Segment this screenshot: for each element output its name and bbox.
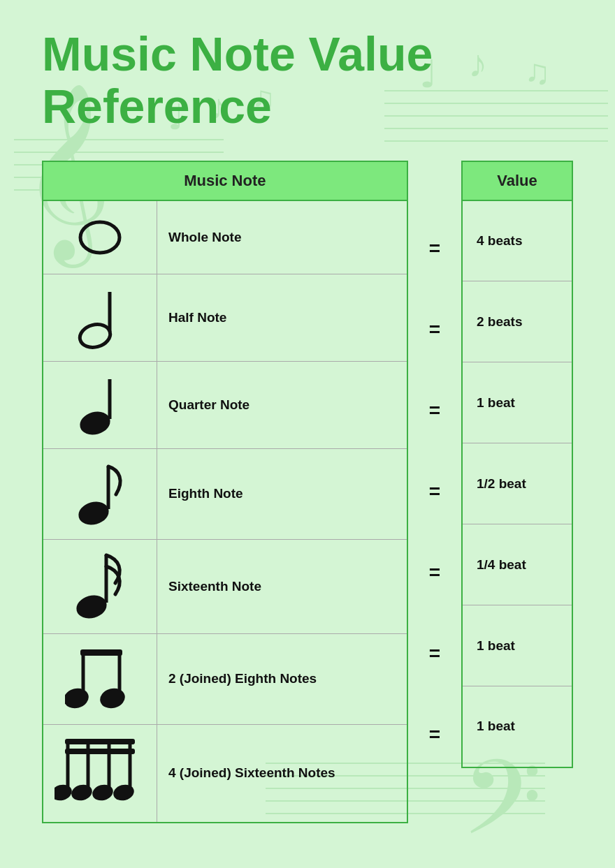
sixteenth-note-name: Sixteenth Note — [157, 539, 407, 633]
table-row: 2 beats — [462, 281, 572, 362]
eighth-note-name: Eighth Note — [157, 448, 407, 539]
page-title: Music Note Value Reference — [42, 28, 573, 133]
quarter-note-name: Quarter Note — [157, 361, 407, 448]
table-row: 1 beat — [462, 686, 572, 767]
svg-point-24 — [78, 321, 113, 350]
value-half: 2 beats — [462, 281, 572, 362]
svg-point-34 — [65, 685, 91, 710]
joined-eighth-icon-cell — [43, 633, 157, 724]
equals-3: = — [429, 370, 440, 451]
equals-4: = — [429, 451, 440, 532]
whole-note-icon-cell — [43, 200, 157, 274]
quarter-note-icon — [75, 369, 124, 439]
value-whole: 4 beats — [462, 200, 572, 281]
svg-point-30 — [74, 591, 110, 621]
table-row: 4 (Joined) Sixteenth Notes — [43, 724, 407, 823]
eighth-note-icon-cell — [43, 448, 157, 539]
sixteenth-note-icon-cell — [43, 539, 157, 633]
svg-point-44 — [91, 782, 115, 802]
half-note-name: Half Note — [157, 274, 407, 361]
table-row: Quarter Note — [43, 361, 407, 448]
value-sixteenth: 1/4 beat — [462, 524, 572, 605]
sixteenth-note-icon — [72, 547, 128, 624]
table-row: Whole Note — [43, 200, 407, 274]
half-note-icon-cell — [43, 274, 157, 361]
value-joined-eighth: 1 beat — [462, 605, 572, 686]
value-joined-sixteenth: 1 beat — [462, 686, 572, 767]
table-row: 2 (Joined) Eighth Notes — [43, 633, 407, 724]
value-header: Value — [462, 161, 572, 200]
equals-5: = — [429, 532, 440, 613]
half-note-icon — [75, 281, 124, 351]
svg-point-46 — [112, 782, 136, 802]
main-content: Music Note Whole Note — [42, 161, 573, 823]
svg-rect-37 — [65, 739, 135, 744]
table-row: 1/2 beat — [462, 443, 572, 524]
table-row: 1/4 beat — [462, 524, 572, 605]
table-row: Eighth Note — [43, 448, 407, 539]
joined-eighth-name: 2 (Joined) Eighth Notes — [157, 633, 407, 724]
whole-note-name: Whole Note — [157, 200, 407, 274]
svg-point-28 — [75, 498, 111, 527]
svg-point-26 — [78, 408, 113, 437]
music-note-table: Music Note Whole Note — [42, 161, 408, 823]
joined-sixteenth-icon-cell — [43, 724, 157, 823]
joined-sixteenth-note-icon — [55, 732, 145, 812]
music-note-header: Music Note — [43, 161, 407, 200]
equals-7: = — [429, 694, 440, 775]
equals-6: = — [429, 613, 440, 694]
table-row: 1 beat — [462, 362, 572, 443]
svg-rect-38 — [65, 749, 135, 754]
value-table: Value 4 beats 2 beats 1 beat 1/2 beat 1/… — [461, 161, 573, 768]
svg-point-36 — [98, 685, 127, 710]
svg-point-42 — [70, 782, 94, 802]
equals-1: = — [429, 208, 440, 289]
table-row: Sixteenth Note — [43, 539, 407, 633]
whole-note-icon — [72, 208, 128, 264]
quarter-note-icon-cell — [43, 361, 157, 448]
table-row: 4 beats — [462, 200, 572, 281]
svg-rect-32 — [80, 649, 122, 656]
table-row: Half Note — [43, 274, 407, 361]
equals-column: = = = = = = = — [429, 161, 440, 775]
joined-sixteenth-name: 4 (Joined) Sixteenth Notes — [157, 724, 407, 823]
svg-point-40 — [55, 782, 73, 802]
value-quarter: 1 beat — [462, 362, 572, 443]
equals-2: = — [429, 289, 440, 370]
table-row: 1 beat — [462, 605, 572, 686]
svg-point-23 — [80, 222, 120, 253]
eighth-note-icon — [74, 456, 126, 529]
joined-eighth-note-icon — [65, 641, 135, 714]
value-eighth: 1/2 beat — [462, 443, 572, 524]
